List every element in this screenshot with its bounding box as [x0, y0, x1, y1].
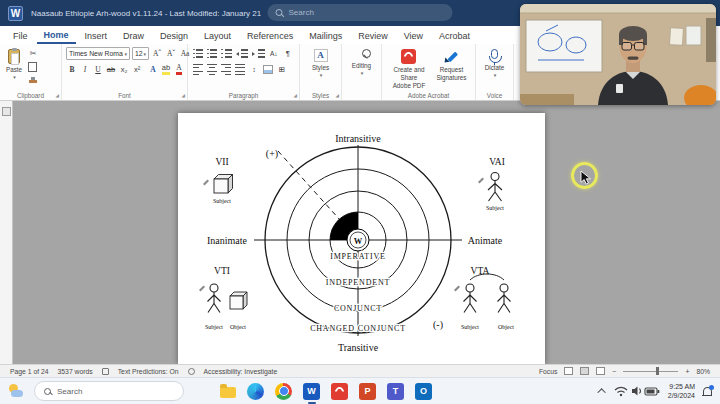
- increase-indent-button[interactable]: [251, 47, 266, 60]
- taskbar-icon-teams[interactable]: T: [387, 383, 404, 400]
- hidden-icons-chevron[interactable]: [597, 388, 605, 396]
- read-mode-button[interactable]: [564, 367, 573, 375]
- paste-dropdown-caret-icon[interactable]: ▾: [13, 74, 16, 80]
- tab-file[interactable]: File: [6, 26, 35, 44]
- web-layout-button[interactable]: [596, 367, 605, 375]
- align-left-button[interactable]: [192, 63, 204, 76]
- text-predictions-status[interactable]: Text Predictions: On: [118, 368, 179, 375]
- sort-icon: A↓: [270, 50, 278, 57]
- create-share-label-2: Adobe PDF: [393, 82, 426, 90]
- widgets-weather-icon[interactable]: [8, 383, 25, 400]
- zoom-slider-thumb[interactable]: [656, 367, 659, 375]
- line-spacing-button[interactable]: ↕: [248, 63, 260, 76]
- document-page[interactable]: W Intransitive Transitive Inanimate Anim…: [178, 113, 545, 364]
- font-name-select[interactable]: Times New Roman ▾: [66, 47, 130, 60]
- tab-view[interactable]: View: [397, 26, 430, 44]
- subscript-button[interactable]: x₂: [118, 63, 130, 76]
- scissors-icon: ✂: [30, 49, 37, 58]
- italic-button[interactable]: I: [79, 63, 91, 76]
- borders-button[interactable]: ⊞: [276, 63, 288, 76]
- justify-button[interactable]: [234, 63, 246, 76]
- tab-acrobat[interactable]: Acrobat: [432, 26, 477, 44]
- webcam-scene: [520, 4, 716, 105]
- zoom-level[interactable]: 80%: [696, 368, 710, 375]
- decrease-indent-button[interactable]: [235, 47, 250, 60]
- clipboard-dialog-launcher[interactable]: ◢: [56, 93, 59, 98]
- numbering-button[interactable]: [206, 47, 218, 60]
- shelf-edge: [706, 18, 716, 62]
- taskbar-icon-outlook[interactable]: O: [415, 383, 432, 400]
- request-signatures-label-2: Signatures: [436, 74, 466, 82]
- taskbar-icon-powerpoint[interactable]: P: [359, 383, 376, 400]
- align-center-button[interactable]: [206, 63, 218, 76]
- paste-button[interactable]: Paste ▾: [4, 47, 24, 88]
- text-effects-button[interactable]: A: [147, 63, 159, 76]
- show-hide-marks-button[interactable]: ¶: [282, 47, 294, 60]
- cut-button[interactable]: ✂: [26, 47, 40, 60]
- grow-font-button[interactable]: Aˆ: [151, 47, 163, 60]
- taskbar-icon-acrobat[interactable]: [331, 383, 348, 400]
- styles-dialog-launcher[interactable]: ◢: [336, 93, 339, 98]
- font-dialog-launcher[interactable]: ◢: [182, 93, 185, 98]
- styles-button[interactable]: A Styles ▾: [304, 47, 337, 80]
- format-painter-button[interactable]: [26, 75, 40, 88]
- zoom-out-button[interactable]: −: [612, 368, 616, 375]
- font-color-button[interactable]: A: [173, 63, 185, 76]
- editing-group: Editing ▾: [342, 44, 382, 100]
- bullets-button[interactable]: [192, 47, 204, 60]
- focus-button[interactable]: Focus: [539, 368, 558, 375]
- tray-status-icons[interactable]: [614, 385, 660, 397]
- zoom-slider[interactable]: [623, 371, 678, 372]
- highlight-button[interactable]: ab: [160, 63, 172, 76]
- tab-layout[interactable]: Layout: [197, 26, 238, 44]
- word-application-window: W Naasaub Ethiopie Arh-wood v1.11.24 - L…: [0, 0, 720, 404]
- multilevel-list-button[interactable]: [220, 47, 232, 60]
- taskbar-search[interactable]: Search: [34, 381, 184, 401]
- shading-button[interactable]: [262, 63, 274, 76]
- font-size-select[interactable]: 12 ▾: [132, 47, 149, 60]
- create-share-pdf-button[interactable]: Create and Share Adobe PDF: [386, 47, 432, 92]
- taskbar-icon-word[interactable]: W: [303, 383, 320, 400]
- tab-review[interactable]: Review: [351, 26, 395, 44]
- taskbar-icon-file-explorer[interactable]: [219, 383, 236, 400]
- tab-design[interactable]: Design: [153, 26, 195, 44]
- underline-button[interactable]: U: [92, 63, 104, 76]
- tab-home[interactable]: Home: [37, 26, 76, 44]
- bold-button[interactable]: B: [66, 63, 78, 76]
- paste-label: Paste: [6, 66, 22, 74]
- copy-button[interactable]: [26, 61, 40, 74]
- pane-toggle-icon[interactable]: [2, 107, 11, 116]
- word-logo: W: [307, 386, 316, 396]
- font-size-caret-icon: ▾: [144, 51, 147, 57]
- strikethrough-button[interactable]: ab: [105, 63, 117, 76]
- tab-references[interactable]: References: [240, 26, 300, 44]
- superscript-button[interactable]: x²: [131, 63, 143, 76]
- print-layout-button[interactable]: [580, 367, 589, 375]
- page-indicator[interactable]: Page 1 of 24: [10, 368, 49, 375]
- taskbar-clock[interactable]: 9:25 AM 2/9/2024: [668, 382, 695, 400]
- word-count[interactable]: 3537 words: [58, 368, 93, 375]
- titlebar-search[interactable]: Search: [268, 4, 453, 21]
- paragraph-dialog-launcher[interactable]: ◢: [294, 93, 297, 98]
- vta-caption-object: Object: [498, 324, 514, 330]
- editing-button[interactable]: Editing ▾: [346, 47, 377, 78]
- taskbar-icon-chrome[interactable]: [275, 383, 292, 400]
- tab-insert[interactable]: Insert: [78, 26, 115, 44]
- notification-bell-icon[interactable]: [703, 387, 712, 396]
- request-signatures-button[interactable]: Request Signatures: [432, 47, 471, 92]
- format-painter-icon: [29, 80, 37, 83]
- sort-button[interactable]: A↓: [268, 47, 280, 60]
- tab-draw[interactable]: Draw: [116, 26, 151, 44]
- zoom-in-button[interactable]: +: [685, 368, 689, 375]
- dictate-button[interactable]: Dictate ▾: [480, 47, 509, 80]
- strikethrough-icon: ab: [107, 65, 115, 74]
- shrink-font-button[interactable]: Aˇ: [165, 47, 177, 60]
- align-right-button[interactable]: [220, 63, 232, 76]
- shading-icon: [263, 65, 273, 74]
- taskbar-search-placeholder: Search: [57, 387, 82, 396]
- webcam-video-overlay: [520, 4, 716, 105]
- taskbar-icon-edge[interactable]: [247, 383, 264, 400]
- word-app-icon[interactable]: W: [8, 6, 23, 21]
- tab-mailings[interactable]: Mailings: [302, 26, 349, 44]
- accessibility-status[interactable]: Accessibility: Investigate: [204, 368, 278, 375]
